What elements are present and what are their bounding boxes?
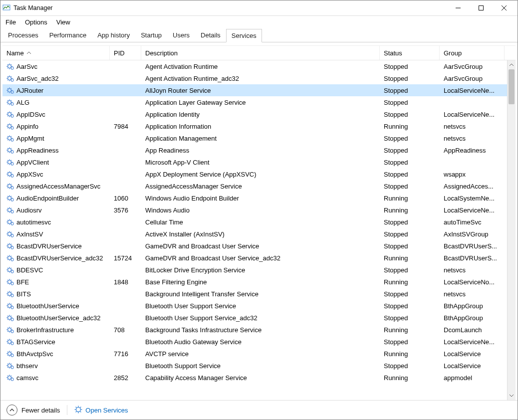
svg-line-233 (7, 331, 8, 332)
table-row[interactable]: BthAvctpSvc7716AVCTP serviceRunningLocal… (2, 348, 508, 360)
cell-status: Running (380, 326, 440, 334)
tab-services[interactable]: Services (226, 29, 262, 42)
scroll-up-arrow[interactable] (508, 60, 516, 69)
svg-point-135 (8, 220, 11, 224)
tab-startup[interactable]: Startup (135, 28, 167, 42)
table-row[interactable]: BluetoothUserService_adc32Bluetooth User… (2, 312, 508, 324)
cell-name: AJRouter (2, 86, 110, 94)
table-row[interactable]: AppMgmtApplication ManagementStoppednets… (2, 132, 508, 144)
service-name: ALG (16, 99, 29, 106)
scroll-track[interactable] (508, 69, 516, 391)
cell-name: Appinfo (2, 122, 110, 130)
cell-description: Background Tasks Infrastructure Service (141, 326, 380, 334)
svg-point-215 (8, 316, 11, 320)
menu-view[interactable]: View (56, 18, 70, 26)
window-controls (447, 0, 516, 15)
table-row[interactable]: BITSBackground Intelligent Transfer Serv… (2, 288, 508, 300)
open-services-link[interactable]: Open Services (74, 406, 128, 415)
table-row[interactable]: AudioEndpointBuilder1060Windows Audio En… (2, 192, 508, 204)
table-row[interactable]: AppVClientMicrosoft App-V ClientStopped (2, 156, 508, 168)
svg-line-203 (7, 295, 8, 296)
footer-bar: Fewer details Open Services (0, 400, 518, 420)
minimize-button[interactable] (447, 0, 470, 15)
table-row[interactable]: BDESVCBitLocker Drive Encryption Service… (2, 264, 508, 276)
tab-processes[interactable]: Processes (2, 28, 44, 42)
table-row[interactable]: BFE1848Base Filtering EngineRunningLocal… (2, 276, 508, 288)
table-row[interactable]: bthservBluetooth Support ServiceStoppedL… (2, 360, 508, 372)
cell-status: Stopped (380, 362, 440, 370)
cell-status: Stopped (380, 314, 440, 322)
close-button[interactable] (493, 0, 516, 15)
tab-users[interactable]: Users (167, 28, 195, 42)
table-row[interactable]: AarSvc_adc32Agent Activation Runtime_adc… (2, 72, 508, 84)
table-row[interactable]: BcastDVRUserService_adc3215724GameDVR an… (2, 252, 508, 264)
column-header-description[interactable]: Description (141, 46, 380, 60)
column-header-group[interactable]: Group (440, 46, 505, 60)
cell-description: Bluetooth Audio Gateway Service (141, 338, 380, 346)
service-icon (6, 134, 14, 142)
svg-line-213 (7, 307, 8, 308)
table-row[interactable]: camsvc2852Capability Access Manager Serv… (2, 372, 508, 384)
service-icon (6, 170, 14, 178)
tab-details[interactable]: Details (195, 28, 226, 42)
cell-group: LocalSystemNe... (440, 195, 505, 202)
menu-file[interactable]: File (5, 18, 16, 26)
table-row[interactable]: BcastDVRUserServiceGameDVR and Broadcast… (2, 240, 508, 252)
service-icon (6, 146, 14, 154)
fewer-details-button[interactable]: Fewer details (6, 405, 60, 416)
column-header-name[interactable]: Name (2, 46, 110, 60)
cell-name: BthAvctpSvc (2, 350, 110, 358)
table-row[interactable]: AppXSvcAppX Deployment Service (AppXSVC)… (2, 168, 508, 180)
cell-name: AppIDSvc (2, 110, 110, 118)
svg-point-65 (8, 137, 11, 140)
service-icon (6, 290, 14, 298)
cell-description: Windows Audio (141, 207, 380, 214)
titlebar[interactable]: Task Manager (0, 0, 518, 16)
svg-point-225 (8, 328, 11, 332)
svg-line-150 (7, 232, 8, 232)
scroll-thumb[interactable] (509, 69, 515, 104)
cell-status: Running (380, 374, 440, 382)
table-row[interactable]: AssignedAccessManagerSvcAssignedAccessMa… (2, 180, 508, 192)
cell-pid: 3576 (110, 207, 141, 214)
cell-description: App Readiness (141, 147, 380, 154)
menu-options[interactable]: Options (25, 18, 47, 26)
table-row[interactable]: AppReadinessApp ReadinessStoppedAppReadi… (2, 144, 508, 156)
column-header-status[interactable]: Status (380, 46, 440, 60)
svg-point-145 (8, 232, 11, 236)
svg-line-222 (11, 316, 11, 316)
svg-point-235 (8, 340, 11, 344)
table-row[interactable]: BTAGServiceBluetooth Audio Gateway Servi… (2, 336, 508, 348)
table-row[interactable]: Audiosrv3576Windows AudioRunningLocalSer… (2, 204, 508, 216)
tab-app-history[interactable]: App history (92, 28, 135, 42)
svg-line-230 (7, 328, 8, 328)
cell-status: Stopped (380, 159, 440, 166)
service-icon (6, 362, 14, 370)
cell-name: AarSvc_adc32 (2, 74, 110, 82)
table-row[interactable]: AppIDSvcApplication IdentityStoppedLocal… (2, 108, 508, 120)
table-row[interactable]: Appinfo7984Application InformationRunnin… (2, 120, 508, 132)
service-icon (6, 242, 14, 250)
service-icon (6, 206, 14, 214)
table-row[interactable]: BrokerInfrastructure708Background Tasks … (2, 324, 508, 336)
table-row[interactable]: AarSvcAgent Activation RuntimeStoppedAar… (2, 60, 508, 72)
cell-name: AssignedAccessManagerSvc (2, 182, 110, 190)
table-row[interactable]: autotimesvcCellular TimeStoppedautoTimeS… (2, 216, 508, 228)
vertical-scrollbar[interactable] (507, 60, 516, 400)
cell-status: Stopped (380, 171, 440, 178)
table-body[interactable]: AarSvcAgent Activation RuntimeStoppedAar… (2, 60, 508, 400)
table-row[interactable]: BluetoothUserServiceBluetooth User Suppo… (2, 300, 508, 312)
service-name: AJRouter (16, 87, 43, 94)
column-header-pid[interactable]: PID (110, 46, 141, 60)
maximize-button[interactable] (470, 0, 493, 15)
open-services-label: Open Services (85, 407, 128, 414)
table-row[interactable]: AJRouterAllJoyn Router ServiceStoppedLoc… (2, 84, 508, 96)
svg-line-262 (11, 364, 11, 364)
table-row[interactable]: ALGApplication Layer Gateway ServiceStop… (2, 96, 508, 108)
scroll-down-arrow[interactable] (508, 391, 516, 400)
svg-line-250 (7, 352, 8, 352)
service-icon (6, 218, 14, 226)
svg-point-45 (8, 113, 11, 116)
table-row[interactable]: AxInstSVActiveX Installer (AxInstSV)Stop… (2, 228, 508, 240)
tab-performance[interactable]: Performance (44, 28, 92, 42)
